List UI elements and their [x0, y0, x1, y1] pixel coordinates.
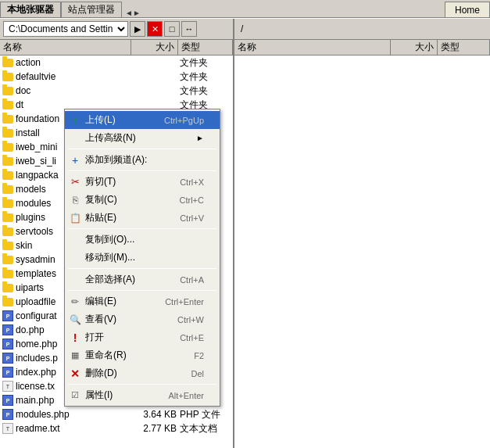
properties-icon: ☑: [68, 389, 82, 403]
file-type-label: 文件夹: [180, 56, 231, 70]
folder-icon: [2, 84, 14, 97]
menu-cut[interactable]: ✂ 剪切(T) Ctrl+X: [65, 173, 220, 191]
left-path-select[interactable]: C:\Documents and Settings: [3, 21, 128, 37]
folder-icon: [2, 183, 14, 195]
folder-icon: [2, 197, 14, 210]
menu-copy-to[interactable]: 复制到(O)...: [65, 231, 220, 249]
separator-1: [68, 149, 216, 149]
php-icon: P: [2, 338, 14, 350]
separator-3: [68, 228, 216, 229]
file-type-label: 文件夹: [180, 70, 231, 84]
left-sync-btn[interactable]: ↔: [181, 21, 197, 37]
left-col-name[interactable]: 名称: [0, 40, 131, 55]
menu-properties[interactable]: ☑ 属性(I) Alt+Enter: [65, 386, 220, 404]
folder-icon: [2, 56, 14, 69]
file-name-label: readme.txt: [16, 423, 133, 434]
list-item[interactable]: doc文件夹: [0, 84, 233, 98]
folder-icon: [2, 211, 14, 224]
folder-icon: [2, 155, 14, 167]
php-icon: P: [2, 310, 14, 322]
copy-icon: ⎘: [68, 193, 82, 207]
php-icon: P: [2, 324, 14, 336]
list-item[interactable]: defaultvie文件夹: [0, 70, 233, 84]
separator-2: [68, 170, 216, 171]
left-col-size[interactable]: 大小: [131, 40, 178, 55]
php-icon: P: [2, 394, 14, 407]
menu-upload[interactable]: ↑ 上传(L) Ctrl+PgUp: [65, 111, 220, 129]
menu-paste[interactable]: 📋 粘贴(E) Ctrl+V: [65, 209, 220, 227]
file-name-label: defaultvie: [16, 71, 133, 82]
tab-arrows[interactable]: ◄►: [122, 9, 144, 17]
file-type-label: PHP 文件: [180, 408, 231, 421]
folder-icon: [2, 281, 14, 294]
folder-icon: [2, 253, 14, 266]
file-size-label: 2.77 KB: [133, 423, 180, 434]
folder-icon: [2, 296, 14, 308]
tab-site[interactable]: 站点管理器: [61, 2, 122, 17]
menu-select-all[interactable]: 全部选择(A) Ctrl+A: [65, 271, 220, 289]
file-size-label: 3.64 KB: [133, 409, 180, 420]
folder-icon: [2, 113, 14, 125]
menu-rename[interactable]: ▦ 重命名(R) F2: [65, 346, 220, 364]
file-name-label: action: [16, 57, 133, 68]
folder-icon: [2, 99, 14, 111]
right-col-type[interactable]: 类型: [438, 40, 490, 55]
separator-6: [68, 384, 216, 385]
open-icon: !: [68, 331, 82, 345]
separator-5: [68, 290, 216, 291]
folder-icon: [2, 70, 14, 83]
php-icon: P: [2, 366, 14, 378]
folder-icon: [2, 141, 14, 153]
folder-icon: [2, 127, 14, 139]
right-path: /: [238, 22, 246, 36]
right-col-name[interactable]: 名称: [234, 40, 391, 55]
right-col-size[interactable]: 大小: [391, 40, 438, 55]
menu-open[interactable]: ! 打开 Ctrl+E: [65, 328, 220, 346]
folder-icon: [2, 239, 14, 252]
tab-home[interactable]: Home: [445, 2, 490, 17]
php-icon: P: [2, 408, 14, 421]
folder-icon: [2, 225, 14, 238]
menu-view[interactable]: 🔍 查看(V) Ctrl+W: [65, 310, 220, 328]
upload-icon: ↑: [68, 113, 82, 127]
file-type-label: 文本文档: [180, 422, 231, 435]
menu-copy[interactable]: ⎘ 复制(C) Ctrl+C: [65, 191, 220, 209]
tab-local[interactable]: 本地张驱器: [0, 2, 61, 17]
edit-icon: ✏: [68, 295, 82, 309]
context-menu: ↑ 上传(L) Ctrl+PgUp 上传高级(N) ► + 添加到频道(A): …: [64, 109, 220, 407]
list-item[interactable]: Treadme.txt2.77 KB文本文档: [0, 421, 233, 435]
file-name-label: modules.php: [16, 409, 133, 420]
right-file-list: [234, 56, 490, 448]
paste-icon: 📋: [68, 211, 82, 225]
left-col-type[interactable]: 类型: [178, 40, 233, 55]
separator-4: [68, 268, 216, 269]
left-home-btn[interactable]: □: [164, 21, 180, 37]
menu-add-channel[interactable]: + 添加到频道(A):: [65, 151, 220, 169]
txt-icon: T: [2, 380, 14, 392]
menu-edit[interactable]: ✏ 编辑(E) Ctrl+Enter: [65, 292, 220, 310]
txt-icon: T: [2, 422, 14, 435]
menu-delete[interactable]: ✕ 删除(D) Del: [65, 364, 220, 382]
menu-move-to[interactable]: 移动到(M)...: [65, 249, 220, 267]
view-icon: 🔍: [68, 313, 82, 327]
scissors-icon: ✂: [68, 175, 82, 189]
left-refresh-btn[interactable]: ▶: [130, 21, 145, 37]
list-item[interactable]: Pmodules.php3.64 KBPHP 文件: [0, 407, 233, 421]
file-type-label: 文件夹: [180, 84, 231, 98]
add-icon: +: [68, 153, 82, 167]
menu-upload-advanced[interactable]: 上传高级(N) ►: [65, 129, 220, 147]
file-name-label: doc: [16, 85, 133, 96]
rename-icon: ▦: [68, 349, 82, 363]
delete-icon: ✕: [68, 367, 82, 381]
folder-icon: [2, 267, 14, 280]
left-stop-btn[interactable]: ✕: [147, 21, 163, 37]
list-item[interactable]: action文件夹: [0, 56, 233, 70]
folder-icon: [2, 169, 14, 181]
php-icon: P: [2, 352, 14, 364]
